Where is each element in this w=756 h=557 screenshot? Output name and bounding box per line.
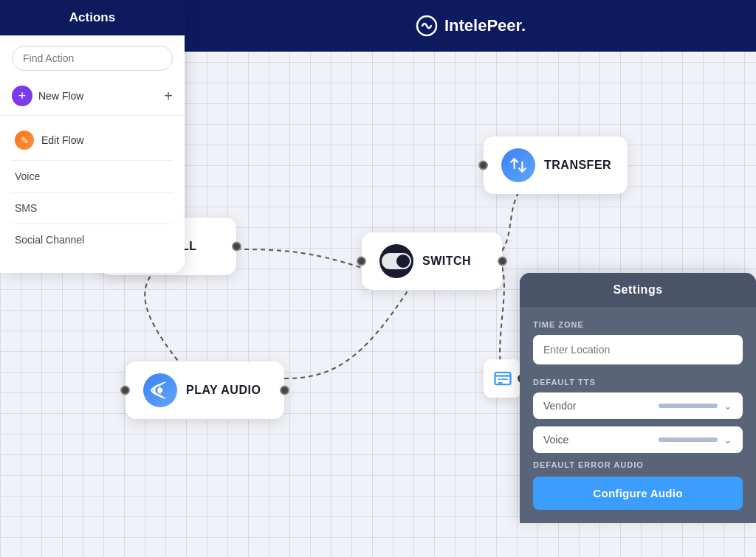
icall-right-dot (232, 242, 241, 252)
switch-icon (379, 244, 413, 278)
voice-bar (659, 437, 718, 442)
voice-value: ⌄ (659, 434, 732, 446)
sidebar-item-edit-flow[interactable]: ✎ Edit Flow (0, 123, 185, 157)
edit-flow-label: Edit Flow (41, 134, 84, 146)
play-audio-node[interactable]: PLAY AUDIO (126, 361, 284, 419)
header-bar: IntelePeer. (185, 0, 756, 52)
new-flow-row[interactable]: + New Flow + (0, 81, 185, 116)
new-flow-label: New Flow (38, 90, 158, 102)
play-audio-label: PLAY AUDIO (186, 384, 261, 397)
timezone-label: TIME ZONE (533, 320, 743, 329)
search-container (12, 46, 173, 71)
sidebar-title: Actions (0, 0, 185, 35)
timezone-input[interactable] (533, 335, 743, 364)
menu-divider-3 (12, 224, 173, 224)
transfer-left-dot (478, 161, 488, 170)
sidebar-item-voice[interactable]: Voice (0, 164, 185, 189)
transfer-label: TRANSFER (544, 159, 611, 172)
menu-divider-2 (12, 192, 173, 193)
switch-right-dot (498, 257, 507, 266)
edit-flow-icon: ✎ (15, 131, 34, 150)
play-left-dot (120, 386, 130, 395)
menu-divider-1 (12, 160, 173, 161)
small-node[interactable] (484, 359, 522, 398)
error-audio-label: DEFAULT ERROR AUDIO (533, 460, 743, 469)
settings-body: TIME ZONE DEFAULT TTS Vendor ⌄ Voice ⌄ D… (520, 307, 756, 523)
play-audio-icon (143, 373, 177, 407)
vendor-bar (659, 404, 718, 408)
play-right-dot (280, 386, 289, 395)
sidebar-menu: ✎ Edit Flow Voice SMS Social Channel (0, 116, 185, 260)
configure-audio-button[interactable]: Configure Audio (533, 477, 743, 510)
voice-select-row[interactable]: Voice ⌄ (533, 426, 743, 453)
vendor-select-row[interactable]: Vendor ⌄ (533, 392, 743, 419)
sidebar-item-social-channel[interactable]: Social Channel (0, 227, 185, 252)
switch-node[interactable]: SWITCH (362, 232, 502, 290)
new-flow-icon: + (12, 86, 32, 106)
vendor-value: ⌄ (659, 400, 732, 412)
transfer-icon (501, 148, 535, 182)
settings-panel: Settings TIME ZONE DEFAULT TTS Vendor ⌄ … (520, 273, 756, 523)
svg-point-3 (158, 388, 163, 393)
logo: IntelePeer. (415, 14, 526, 38)
voice-chevron: ⌄ (724, 434, 732, 446)
search-input[interactable] (12, 46, 173, 71)
switch-left-dot (357, 257, 366, 266)
sidebar: Actions + New Flow + ✎ Edit Flow Voice S… (0, 0, 185, 273)
sidebar-item-sms[interactable]: SMS (0, 196, 185, 221)
switch-label: SWITCH (422, 255, 471, 268)
transfer-node[interactable]: TRANSFER (484, 136, 628, 194)
vendor-label: Vendor (543, 400, 576, 412)
logo-text: IntelePeer. (444, 16, 526, 35)
tts-label: DEFAULT TTS (533, 378, 743, 387)
voice-label: Voice (543, 434, 568, 446)
svg-rect-4 (495, 373, 511, 384)
settings-title: Settings (520, 273, 756, 307)
vendor-chevron: ⌄ (724, 400, 732, 412)
new-flow-plus-button[interactable]: + (164, 88, 173, 105)
